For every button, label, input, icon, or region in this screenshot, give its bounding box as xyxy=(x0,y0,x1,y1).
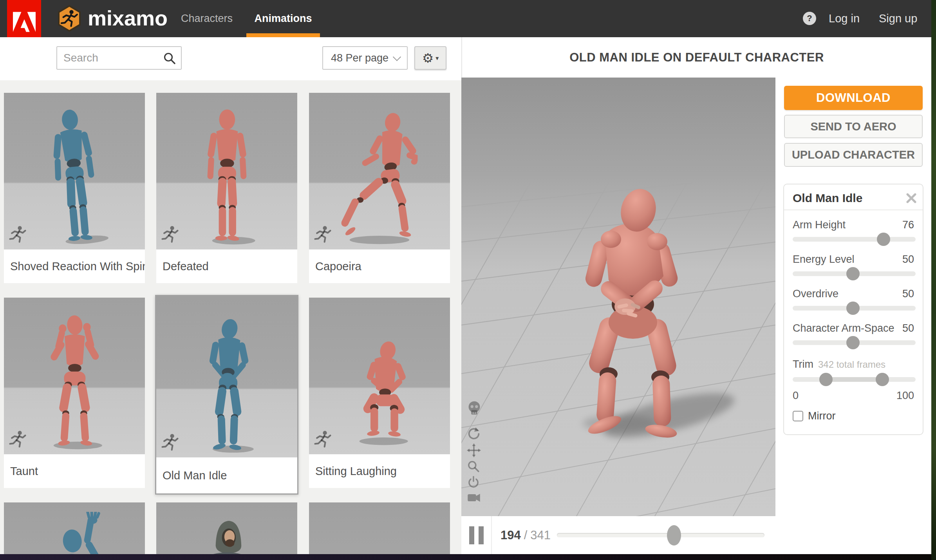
power-icon[interactable] xyxy=(467,475,480,489)
upload-character-button[interactable]: UPLOAD CHARACTER xyxy=(784,143,923,167)
trim-range-fill xyxy=(826,377,882,382)
zoom-icon[interactable] xyxy=(467,460,480,473)
brand-name[interactable]: mixamo xyxy=(88,0,168,37)
pause-icon xyxy=(469,526,474,544)
current-frame: 194 xyxy=(501,528,521,542)
per-page-select[interactable]: 48 Per page xyxy=(322,46,408,70)
slider-label: Overdrive xyxy=(793,288,838,300)
send-to-aero-button[interactable]: SEND TO AERO xyxy=(784,115,923,138)
animation-name: Old Man Idle xyxy=(156,457,297,493)
pan-move-icon[interactable] xyxy=(467,443,481,457)
in-place-runner-icon xyxy=(161,225,179,246)
total-frames: 341 xyxy=(530,528,551,542)
caret-down-icon: ▾ xyxy=(435,54,439,62)
3d-viewport[interactable] xyxy=(461,78,775,516)
mirror-checkbox[interactable] xyxy=(793,411,803,421)
animation-thumbnail xyxy=(4,93,145,249)
divider xyxy=(784,210,923,210)
energy-level-slider[interactable] xyxy=(793,271,916,276)
skull-icon[interactable] xyxy=(467,400,482,417)
animation-card-sitting-laughing[interactable]: Sitting Laughing xyxy=(309,298,450,488)
animation-card-taunt[interactable]: Taunt xyxy=(4,298,145,488)
animation-settings-panel: Old Man Idle Arm Height 76 Energy Level … xyxy=(783,184,923,435)
animation-thumbnail xyxy=(4,502,145,554)
search-icon[interactable] xyxy=(163,52,176,65)
trim-range-slider[interactable] xyxy=(793,377,916,382)
slider-value: 50 xyxy=(902,322,914,334)
tab-animations[interactable]: Animations xyxy=(246,0,320,37)
animation-name: Capoeira xyxy=(309,249,450,283)
character-arm-space-slider[interactable] xyxy=(793,340,916,345)
in-place-runner-icon xyxy=(314,225,332,246)
preview-header: OLD MAN IDLE ON DEFAULT CHARACTER xyxy=(462,37,931,78)
trim-min-label: 0 xyxy=(793,390,799,402)
arm-height-slider[interactable] xyxy=(793,237,916,242)
animation-card-capoeira[interactable]: Capoeira xyxy=(309,93,450,283)
login-link[interactable]: Log in xyxy=(829,0,860,37)
help-icon[interactable]: ? xyxy=(803,12,816,25)
in-place-runner-icon xyxy=(161,433,179,453)
desktop-background-right xyxy=(931,0,936,560)
slider-value: 50 xyxy=(902,288,914,300)
pause-icon xyxy=(479,526,484,544)
animation-card-partial[interactable] xyxy=(156,502,297,554)
trim-end-thumb[interactable] xyxy=(876,373,889,386)
animation-thumbnail xyxy=(156,296,297,457)
gear-icon: ⚙ xyxy=(422,52,434,65)
search-input[interactable] xyxy=(57,47,181,69)
sidebar: DOWNLOAD SEND TO AERO UPLOAD CHARACTER O… xyxy=(775,78,931,554)
overdrive-slider[interactable] xyxy=(793,306,916,311)
in-place-runner-icon xyxy=(314,430,332,450)
slider-label: Energy Level xyxy=(793,253,855,266)
slider-thumb[interactable] xyxy=(877,233,890,246)
tab-characters[interactable]: Characters xyxy=(175,0,238,37)
search-box xyxy=(56,46,182,70)
animation-card-shoved-reaction[interactable]: Shoved Reaction With Spin xyxy=(4,93,145,283)
in-place-runner-icon xyxy=(9,225,27,246)
trim-max-label: 100 xyxy=(896,390,914,402)
pause-button[interactable] xyxy=(461,516,492,554)
animation-thumbnail xyxy=(309,502,450,554)
scrubber-thumb[interactable] xyxy=(667,525,681,546)
slider-label: Arm Height xyxy=(793,219,846,231)
trim-label: Trim342 total frames xyxy=(793,358,885,370)
slider-value: 76 xyxy=(902,219,914,231)
trim-start-thumb[interactable] xyxy=(819,373,833,386)
animation-card-old-man-idle-selected[interactable]: Old Man Idle xyxy=(155,295,298,495)
desktop-background-bottom xyxy=(0,554,931,560)
animation-name: Shoved Reaction With Spin xyxy=(4,249,145,283)
slider-thumb[interactable] xyxy=(846,302,860,315)
animation-thumbnail xyxy=(4,298,145,454)
animation-card-partial[interactable] xyxy=(309,502,450,554)
animation-thumbnail xyxy=(156,93,297,249)
preview-character xyxy=(528,170,747,444)
animation-thumbnail xyxy=(156,502,297,554)
panel-title: Old Man Idle xyxy=(793,191,862,205)
in-place-runner-icon xyxy=(9,430,27,450)
navbar: mixamo Characters Animations ? Log in Si… xyxy=(0,0,931,37)
animation-card-partial[interactable] xyxy=(4,502,145,554)
animation-thumbnail xyxy=(309,298,450,454)
adobe-a-icon xyxy=(13,12,36,32)
frame-counter: 194/341 xyxy=(501,516,551,554)
animation-card-defeated[interactable]: Defeated xyxy=(156,93,297,283)
total-frames-note: 342 total frames xyxy=(818,359,885,370)
animation-thumbnail xyxy=(309,93,450,249)
timeline-scrubber[interactable] xyxy=(557,533,764,537)
mirror-label: Mirror xyxy=(808,410,835,422)
active-tab-underline xyxy=(246,33,320,37)
signup-link[interactable]: Sign up xyxy=(879,0,917,37)
download-button[interactable]: DOWNLOAD xyxy=(784,86,923,110)
animation-name: Sitting Laughing xyxy=(309,454,450,488)
slider-thumb[interactable] xyxy=(846,336,860,349)
animation-name: Taunt xyxy=(4,454,145,488)
player-bar: 194/341 xyxy=(461,516,775,554)
close-icon[interactable] xyxy=(906,193,916,203)
rotate-icon[interactable] xyxy=(467,427,481,441)
animations-toolbar: 48 Per page ⚙ ▾ xyxy=(0,37,461,80)
slider-value: 50 xyxy=(902,253,914,266)
settings-gear-button[interactable]: ⚙ ▾ xyxy=(414,46,446,70)
camera-icon[interactable] xyxy=(467,492,481,504)
slider-thumb[interactable] xyxy=(846,267,860,280)
mixamo-logo-icon[interactable] xyxy=(57,5,81,33)
